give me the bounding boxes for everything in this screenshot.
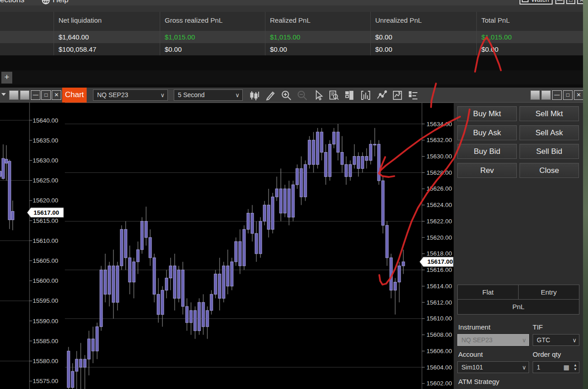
column-header[interactable]: Total PnL	[476, 12, 588, 31]
table-cell: $0.00	[370, 43, 476, 55]
buy-bid-button[interactable]: Buy Bid	[457, 144, 517, 159]
chart-maximize-button[interactable]: □	[563, 90, 573, 100]
svg-text:15620.00: 15620.00	[33, 197, 58, 204]
column-header[interactable]: Realized PnL	[265, 12, 370, 31]
properties-icon[interactable]	[407, 89, 419, 101]
sell-bid-button[interactable]: Sell Bid	[519, 144, 579, 159]
instrument-link-button[interactable]	[9, 90, 19, 100]
svg-text:15606.00: 15606.00	[426, 348, 452, 355]
strategies-icon[interactable]	[392, 89, 403, 101]
instrument-label: Instrument	[458, 323, 490, 331]
link-square-button[interactable]	[541, 90, 551, 100]
panel-instrument-select[interactable]: NQ SEP23 ∨	[457, 334, 529, 346]
tif-label: TIF	[533, 323, 543, 331]
account-select[interactable]: Sim101 ∨	[457, 361, 529, 373]
svg-text:15580.00: 15580.00	[33, 358, 58, 364]
trading-platform-screen: ections Help Watch — □ ✕ Net liquidation…	[0, 0, 588, 389]
svg-text:15620.00: 15620.00	[426, 234, 452, 241]
account-summary-table: Net liquidationGross realized PnLRealize…	[0, 5, 588, 70]
sell-mkt-button[interactable]: Sell Mkt	[519, 106, 579, 121]
svg-text:15628.00: 15628.00	[426, 169, 452, 176]
svg-text:15630.00: 15630.00	[426, 153, 452, 160]
watch-button[interactable]: Watch	[519, 0, 553, 5]
chart-toolbar	[249, 89, 419, 102]
drawing-tools-icon[interactable]	[265, 89, 276, 101]
menu-item-help[interactable]: Help	[53, 0, 69, 5]
app-maximize-button[interactable]: □	[566, 0, 575, 4]
svg-text:15612.00: 15612.00	[426, 299, 452, 306]
qty-spinner[interactable]: ▲▼	[573, 363, 577, 371]
svg-text:15595.00: 15595.00	[33, 297, 58, 304]
menu-item-connections[interactable]: ections	[0, 0, 24, 5]
pnl-display[interactable]: PnL	[457, 299, 579, 315]
svg-text:15590.00: 15590.00	[33, 318, 58, 325]
svg-text:15615.00: 15615.00	[33, 217, 58, 224]
main-chart-panel[interactable]: 15634.0015632.0015630.0015628.0015626.00…	[65, 103, 454, 389]
buy-mkt-button[interactable]: Buy Mkt	[457, 106, 517, 121]
left-chart-panel[interactable]: 15640.0015635.0015630.0015625.0015620.00…	[0, 103, 65, 389]
table-cell: $100,058.47	[54, 43, 160, 55]
window-minimize-button[interactable]: —	[31, 90, 40, 100]
column-header[interactable]: Unrealized PnL	[370, 12, 476, 31]
tab-flat[interactable]: Flat	[458, 285, 518, 299]
svg-text:15626.00: 15626.00	[426, 185, 452, 192]
close-button[interactable]: Close	[519, 163, 579, 178]
table-cell: $1,015.00	[476, 31, 588, 43]
column-header[interactable]: Gross realized PnL	[160, 12, 265, 31]
sell-ask-button[interactable]: Sell Ask	[519, 125, 579, 140]
chart-style-icon[interactable]	[249, 89, 260, 101]
window-close-button[interactable]: ✕	[52, 90, 61, 100]
instrument-select[interactable]: NQ SEP23 ∨	[93, 89, 168, 101]
chart-minimize-button[interactable]: —	[552, 90, 562, 100]
tif-value: GTC	[537, 336, 550, 344]
table-row[interactable]: $100,058.47$0.00$0.00$0.00$0.00	[0, 43, 588, 55]
account-table-header-row: Net liquidationGross realized PnLRealize…	[0, 12, 588, 31]
order-qty-stepper[interactable]: 1 ▦ ▲▼	[533, 361, 579, 373]
main-chart-canvas[interactable]: 15634.0015632.0015630.0015628.0015626.00…	[65, 103, 454, 389]
svg-text:15630.00: 15630.00	[33, 157, 58, 164]
svg-text:15618.00: 15618.00	[426, 250, 452, 257]
table-row[interactable]: $1,640.00$1,015.00$1,015.00$0.00$1,015.0…	[0, 31, 588, 43]
chart-tab[interactable]: Chart	[62, 88, 87, 103]
data-box-icon[interactable]	[328, 89, 340, 101]
svg-text:15610.00: 15610.00	[426, 315, 452, 322]
window-maximize-button[interactable]: □	[41, 90, 51, 100]
interval-select[interactable]: 5 Second ∨	[174, 89, 243, 101]
workspace-tab-strip: +	[0, 70, 588, 84]
svg-text:15625.00: 15625.00	[33, 177, 58, 184]
chart-trader-icon[interactable]	[344, 89, 356, 101]
zoom-out-icon[interactable]	[296, 89, 308, 101]
order-entry-panel: Buy MktSell MktBuy AskSell AskBuy BidSel…	[454, 103, 583, 389]
table-cell: $0.00	[265, 43, 370, 55]
chart-close-button[interactable]: ✕	[574, 90, 583, 100]
left-chart-canvas[interactable]: 15640.0015635.0015630.0015625.0015620.00…	[0, 103, 65, 389]
svg-text:15624.00: 15624.00	[426, 202, 452, 208]
tif-select[interactable]: GTC ∨	[533, 334, 579, 346]
bar-type-icon[interactable]	[360, 89, 372, 101]
buy-ask-button[interactable]: Buy Ask	[457, 125, 517, 140]
menu-bar: ections Help Watch — □ ✕	[0, 0, 588, 5]
order-qty-label: Order qty	[533, 350, 561, 358]
app-minimize-button[interactable]: —	[555, 0, 564, 4]
chevron-down-icon: ∨	[522, 337, 526, 344]
zoom-in-icon[interactable]	[280, 89, 292, 101]
calculator-icon[interactable]: ▦	[564, 364, 569, 371]
svg-text:15617.00: 15617.00	[34, 209, 59, 216]
table-cell: $0.00	[370, 31, 476, 43]
cursor-icon[interactable]	[312, 89, 324, 101]
watch-label: Watch	[531, 0, 549, 3]
link-square-button[interactable]	[530, 90, 540, 100]
window-menu-caret-icon[interactable]	[1, 93, 6, 96]
interval-link-button[interactable]	[20, 90, 29, 100]
new-tab-button[interactable]: +	[1, 72, 12, 84]
column-header[interactable]: Net liquidation	[54, 12, 160, 31]
svg-text:15617.00: 15617.00	[427, 258, 453, 265]
table-cell: $1,015.00	[160, 31, 265, 43]
panel-instrument-value: NQ SEP23	[461, 336, 492, 344]
svg-text:15635.00: 15635.00	[33, 137, 58, 144]
tab-entry[interactable]: Entry	[518, 285, 579, 299]
chart-window-controls: — □ ✕	[530, 90, 583, 100]
globe-icon	[42, 0, 50, 5]
indicators-icon[interactable]	[376, 89, 387, 101]
rev-button[interactable]: Rev	[457, 163, 517, 178]
